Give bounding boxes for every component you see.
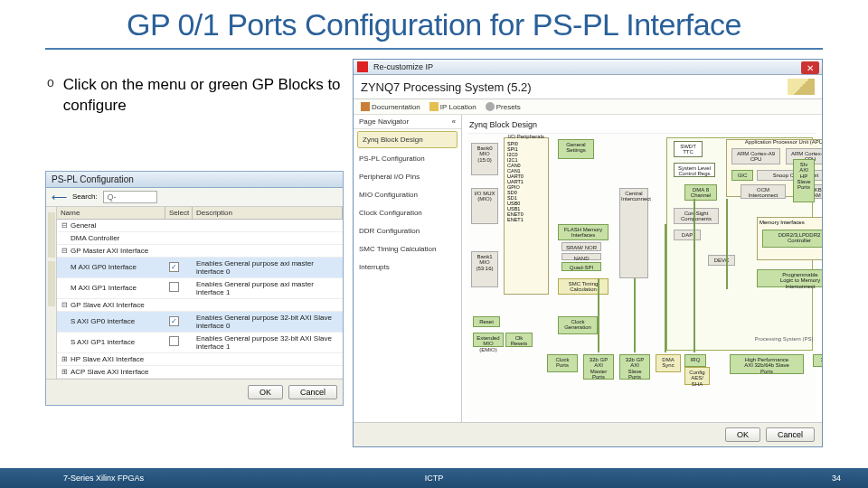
sram-nor-block: SRAM/ NOR: [561, 242, 601, 251]
expander-icon[interactable]: ⊞: [61, 355, 68, 363]
page-number: 34: [832, 474, 841, 483]
ps-label: Processing System (PS): [739, 334, 822, 343]
nav-item[interactable]: Clock Configuration: [354, 204, 461, 222]
cancel-button[interactable]: Cancel: [288, 385, 337, 399]
row-label: M AXI GP1 Interface: [71, 284, 137, 292]
window-titlebar: Re-customize IP ✕: [354, 60, 822, 75]
table-row[interactable]: DMA Controller: [57, 232, 343, 245]
gp-master-block[interactable]: 32b GP AXI Master Ports: [583, 354, 614, 380]
irq-block[interactable]: IRQ: [684, 354, 706, 367]
nav-item[interactable]: Zynq Block Design: [357, 131, 458, 148]
apu-label: Application Processor Unit (APU): [735, 137, 822, 146]
quadspi-block[interactable]: Quad-SPI: [561, 262, 601, 271]
sys-reset-block: System Level Control Regs: [674, 163, 715, 177]
pspl-config-panel: PS-PL Configuration ⟵ Search: Q- Name Se…: [45, 171, 344, 406]
footer-center: ICTP: [425, 474, 444, 483]
expander-icon[interactable]: ⊞: [61, 368, 68, 376]
pin-icon: [429, 102, 439, 111]
ip-window: Re-customize IP ✕ ZYNQ7 Processing Syste…: [353, 59, 823, 447]
table-row[interactable]: ⊟General: [57, 220, 343, 232]
cortex0-block: ARM Cortex-A9 CPU: [731, 148, 780, 164]
tab-iplocation[interactable]: IP Location: [429, 102, 476, 111]
nav-item[interactable]: DDR Configuration: [354, 222, 461, 240]
window-title: Re-customize IP: [373, 62, 433, 71]
table-row[interactable]: S AXI GP1 interfaceEnables General purpo…: [57, 333, 343, 353]
nav-item[interactable]: MIO Configuration: [354, 186, 461, 204]
nav-item[interactable]: Peripheral I/O Pins: [354, 168, 461, 186]
row-description: Enables General purpose 32-bit AXI Slave…: [193, 312, 343, 332]
table-row[interactable]: S AXI GP0 interfaceEnables General purpo…: [57, 312, 343, 333]
checkbox[interactable]: [169, 262, 179, 272]
nav-header-label: Page Navigator: [359, 117, 409, 126]
checkbox[interactable]: [169, 282, 179, 292]
table-header: Name Select Description: [57, 207, 343, 220]
bank1-block: Bank1 MIO (53:16): [471, 251, 498, 287]
nav-item[interactable]: SMC Timing Calculation: [354, 240, 461, 258]
row-label: S AXI GP0 interface: [71, 317, 135, 325]
bullet-text: Click on the menu or green GP Blocks to …: [63, 75, 344, 117]
table-row[interactable]: ⊞ACP Slave AXI Interface: [57, 366, 343, 379]
slave-ports-block[interactable]: Slv AXI HP Slave Ports: [793, 159, 815, 202]
io-periph-label: I/O Peripherals: [504, 132, 549, 141]
clk-resets-block[interactable]: Clk Resets: [505, 333, 533, 347]
table-row[interactable]: ⊟GP Slave AXI Interface: [57, 299, 343, 312]
row-label: General: [71, 221, 96, 230]
table-row[interactable]: ⊞HP Slave AXI Interface: [57, 353, 343, 366]
expander-icon[interactable]: ⊟: [61, 247, 68, 255]
gic-block[interactable]: GIC: [731, 170, 753, 181]
row-description: Enables General purpose axi master inter…: [193, 278, 343, 298]
close-icon[interactable]: ✕: [801, 61, 819, 74]
vendor-logo-icon: [788, 79, 815, 95]
ocm-block: OCM Interconnect: [741, 184, 786, 199]
panel-side-tabs: [46, 207, 57, 379]
devc-block: DEVC: [708, 255, 735, 266]
smc-timing-block: SMC Timing Calculation: [558, 278, 609, 295]
xadc-block[interactable]: XADC: [813, 354, 822, 367]
collapse-icon[interactable]: «: [452, 117, 456, 126]
ok-button[interactable]: OK: [725, 427, 760, 442]
table-row[interactable]: M AXI GP1 InterfaceEnables General purpo…: [57, 278, 343, 299]
gp-slave-block[interactable]: 32b GP AXI Slave Ports: [619, 354, 650, 380]
io-periph-list: SPI0 SPI1 I2C0 I2C1 CAN0 CAN1 UART0 UART…: [506, 140, 546, 223]
row-description: [193, 357, 343, 361]
row-description: Enables General purpose 32-bit AXI Slave…: [193, 333, 343, 352]
mem-if-label: Memory Interfaces: [760, 220, 822, 225]
prog-fabric-block[interactable]: ProgrammableLogic to MemoryInterconnect: [757, 269, 822, 287]
search-input[interactable]: Q-: [103, 191, 157, 203]
expander-icon[interactable]: ⊟: [61, 301, 68, 309]
hp-ports-block[interactable]: High Performance AXI 32b/64b Slave Ports: [730, 354, 804, 374]
emio-block[interactable]: Extended MIO (EMIO): [473, 333, 504, 347]
ok-button[interactable]: OK: [248, 385, 283, 399]
general-settings-block[interactable]: General Settings: [558, 139, 594, 159]
checkbox[interactable]: [169, 336, 179, 346]
row-description: [193, 303, 343, 306]
bullet-item: o Click on the menu or green GP Blocks t…: [47, 75, 344, 117]
nav-item[interactable]: Interrupts: [354, 258, 461, 277]
row-label: ACP Slave AXI Interface: [71, 368, 149, 376]
tab-documentation[interactable]: Documentation: [361, 102, 420, 111]
cancel-button[interactable]: Cancel: [766, 427, 815, 442]
dap-block: DAP: [674, 230, 701, 240]
reset-block[interactable]: Reset: [473, 316, 500, 327]
expander-icon[interactable]: ⊟: [61, 221, 68, 230]
row-label: HP Slave AXI Interface: [71, 355, 144, 363]
row-label: GP Slave AXI Interface: [71, 301, 145, 309]
zynq-block-diagram[interactable]: Processing System (PS) Bank0 MIO (15:0) …: [467, 134, 816, 420]
page-navigator: Page Navigator « Zynq Block DesignPS-PL …: [354, 115, 462, 422]
tab-presets[interactable]: Presets: [486, 102, 521, 111]
checkbox[interactable]: [169, 316, 179, 326]
dma-sync-block: DMA Sync: [656, 354, 681, 372]
flash-block[interactable]: FLASH Memory Interfaces: [558, 224, 609, 240]
ddr-block[interactable]: DDR2/3,LPDDR2 Controller: [762, 230, 822, 248]
clock-gen-block[interactable]: Clock Generation: [558, 316, 598, 334]
back-icon[interactable]: ⟵: [52, 191, 67, 203]
table-row[interactable]: ⊟GP Master AXI Interface: [57, 245, 343, 258]
row-description: Enables General purpose axi master inter…: [193, 258, 343, 277]
clk-ports-block[interactable]: Clock Ports: [547, 354, 578, 372]
nav-item[interactable]: PS-PL Configuration: [354, 150, 461, 168]
iomux-block: I/O MUX (MIO): [471, 188, 498, 224]
table-row[interactable]: M AXI GP0 InterfaceEnables General purpo…: [57, 258, 343, 278]
panel-titlebar: PS-PL Configuration: [46, 172, 343, 188]
dma-block[interactable]: DMA 8 Channel: [684, 184, 717, 201]
book-icon: [361, 102, 370, 111]
